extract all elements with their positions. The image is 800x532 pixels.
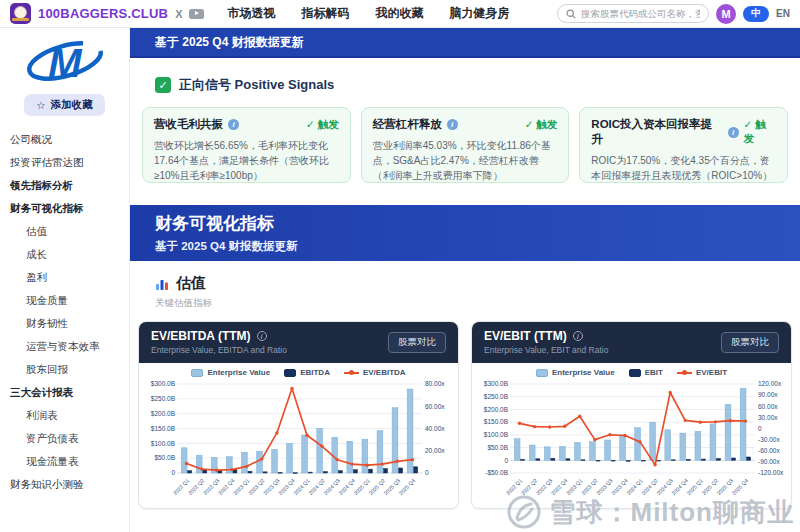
chart-plot: $300.0B$250.0B$200.0B$150.0B$100.0B$50.0… xyxy=(472,378,791,508)
sidebar-item[interactable]: 领先指标分析 xyxy=(0,174,129,197)
nav-item[interactable]: 脑力健身房 xyxy=(449,5,509,22)
legend-swatch xyxy=(284,369,296,377)
legend-item[interactable]: Enterprise Value xyxy=(536,368,615,377)
nav-item[interactable]: 指标解码 xyxy=(301,5,349,22)
info-icon[interactable]: i xyxy=(447,119,458,130)
lang-toggle-en[interactable]: EN xyxy=(776,8,790,19)
legend-swatch xyxy=(344,372,359,374)
triggered-badge: ✓ 触发 xyxy=(306,118,339,132)
sidebar-item[interactable]: 三大会计报表 xyxy=(0,381,129,404)
sidebar-item[interactable]: 财务知识小测验 xyxy=(0,473,129,496)
section-banner: 财务可视化指标 基于 2025 Q4 财报数据更新 xyxy=(130,205,800,261)
svg-text:-60.00x: -60.00x xyxy=(758,447,780,454)
legend-label: EBIT xyxy=(645,368,663,377)
sidebar-item[interactable]: 现金流量表 xyxy=(0,450,129,473)
sidebar-item[interactable]: 财务可视化指标 xyxy=(0,197,129,220)
svg-text:40.00x: 40.00x xyxy=(425,425,445,432)
signal-card-body: 营业利润率45.03%，环比变化11.86个基点，SG&A占比2.47%，经营杠… xyxy=(373,138,558,183)
svg-text:-30.00x: -30.00x xyxy=(758,436,780,443)
sidebar-item[interactable]: 运营与资本效率 xyxy=(0,335,129,358)
bar-chart-icon xyxy=(155,277,169,291)
x-twitter-icon[interactable]: X xyxy=(175,8,182,20)
brand-link[interactable]: 100BAGGERS.CLUB xyxy=(38,6,168,21)
svg-text:0: 0 xyxy=(171,469,175,476)
legend-item[interactable]: Enterprise Value xyxy=(191,368,270,377)
svg-text:$150.0B: $150.0B xyxy=(484,418,508,425)
nav-item[interactable]: 我的收藏 xyxy=(375,5,423,22)
signal-card-body: 营收环比增长56.65%，毛利率环比变化17.64个基点，满足增长条件（营收环比… xyxy=(154,138,339,183)
svg-text:$250.0B: $250.0B xyxy=(484,393,508,400)
sidebar-item[interactable]: 公司概况 xyxy=(0,128,129,151)
sidebar-item[interactable]: 股东回报 xyxy=(0,358,129,381)
logo-banner xyxy=(12,18,29,21)
chart-plot: $300.0B$250.0B$200.0B$150.0B$100.0B$50.0… xyxy=(139,378,458,508)
search-icon xyxy=(566,9,576,19)
positive-signals-heading: ✓ 正向信号 Positive Signals xyxy=(155,76,800,94)
top-bar: 100BAGGERS.CLUB X 市场透视指标解码我的收藏脑力健身房 M 中 … xyxy=(0,0,800,28)
info-icon[interactable]: i xyxy=(257,331,267,341)
info-icon[interactable]: i xyxy=(573,331,583,341)
svg-text:90.00x: 90.00x xyxy=(758,391,778,398)
chart-card: EV/EBITDA (TTM)iEnterprise Value, EBITDA… xyxy=(138,321,459,509)
signal-card-title: 经营杠杆释放 xyxy=(373,117,442,132)
site-logo-icon[interactable] xyxy=(10,3,31,24)
legend-label: Enterprise Value xyxy=(207,368,270,377)
nav-item[interactable]: 市场透视 xyxy=(227,5,275,22)
top-nav: 市场透视指标解码我的收藏脑力健身房 xyxy=(227,5,509,22)
search-box[interactable] xyxy=(557,4,709,23)
legend-item[interactable]: EV/EBITDA xyxy=(344,368,406,377)
svg-text:-120.00x: -120.00x xyxy=(758,469,784,476)
signal-card-title: ROIC投入资本回报率提升 xyxy=(591,117,722,147)
chart-title: EV/EBIT (TTM) xyxy=(484,329,567,343)
check-icon: ✓ xyxy=(155,77,171,93)
legend-item[interactable]: EV/EBIT xyxy=(677,368,727,377)
chart-card: EV/EBIT (TTM)iEnterprise Value, EBIT and… xyxy=(471,321,792,509)
legend-item[interactable]: EBIT xyxy=(629,368,663,377)
legend-item[interactable]: EBITDA xyxy=(284,368,330,377)
svg-text:$300.0B: $300.0B xyxy=(484,380,508,387)
info-icon[interactable]: i xyxy=(728,127,739,138)
svg-text:60.00x: 60.00x xyxy=(758,403,778,410)
chart-legend: Enterprise ValueEBITDAEV/EBITDA xyxy=(139,367,458,378)
charts-row: EV/EBITDA (TTM)iEnterprise Value, EBITDA… xyxy=(138,321,792,509)
sidebar-list: 公司概况投资评估雷达图领先指标分析财务可视化指标估值成长盈利现金质量财务韧性运营… xyxy=(0,128,129,496)
section-subtitle: 基于 2025 Q4 财报数据更新 xyxy=(155,239,800,254)
svg-text:$300.0B: $300.0B xyxy=(151,380,175,387)
sidebar-item[interactable]: 成长 xyxy=(0,243,129,266)
signal-card: 经营杠杆释放i✓ 触发营业利润率45.03%，环比变化11.86个基点，SG&A… xyxy=(361,107,570,183)
youtube-icon[interactable] xyxy=(189,9,204,19)
sidebar-item[interactable]: 利润表 xyxy=(0,404,129,427)
legend-swatch xyxy=(677,372,692,374)
svg-text:$50.0B: $50.0B xyxy=(154,454,175,461)
legend-label: Enterprise Value xyxy=(552,368,615,377)
svg-text:$200.0B: $200.0B xyxy=(151,410,175,417)
svg-text:$250.0B: $250.0B xyxy=(151,395,175,402)
svg-text:$150.0B: $150.0B xyxy=(151,425,175,432)
compare-stocks-button[interactable]: 股票对比 xyxy=(388,332,446,353)
user-avatar[interactable]: M xyxy=(716,4,736,24)
add-favorite-button[interactable]: ☆ 添加收藏 xyxy=(24,94,104,116)
triggered-badge: ✓ 触发 xyxy=(525,118,558,132)
sidebar-item[interactable]: 资产负债表 xyxy=(0,427,129,450)
svg-text:60.00x: 60.00x xyxy=(425,403,445,410)
svg-text:$200.0B: $200.0B xyxy=(484,406,508,413)
sidebar-item[interactable]: 现金质量 xyxy=(0,289,129,312)
sidebar-item[interactable]: 投资评估雷达图 xyxy=(0,151,129,174)
sidebar-item[interactable]: 财务韧性 xyxy=(0,312,129,335)
search-input[interactable] xyxy=(581,8,700,19)
info-icon[interactable]: i xyxy=(228,119,239,130)
svg-text:-$50.0B: -$50.0B xyxy=(485,469,508,476)
valuation-subtitle: 关键估值指标 xyxy=(155,297,800,310)
lang-toggle-zh[interactable]: 中 xyxy=(743,6,769,22)
svg-text:2025 Q4: 2025 Q4 xyxy=(731,477,749,496)
svg-text:$100.0B: $100.0B xyxy=(484,431,508,438)
legend-label: EBITDA xyxy=(300,368,330,377)
sidebar-item[interactable]: 盈利 xyxy=(0,266,129,289)
compare-stocks-button[interactable]: 股票对比 xyxy=(721,332,779,353)
svg-text:-90.00x: -90.00x xyxy=(758,458,780,465)
chart-legend: Enterprise ValueEBITEV/EBIT xyxy=(472,367,791,378)
legend-swatch xyxy=(191,369,203,377)
legend-label: EV/EBITDA xyxy=(363,368,406,377)
signal-card: 营收毛利共振i✓ 触发营收环比增长56.65%，毛利率环比变化17.64个基点，… xyxy=(142,107,351,183)
sidebar-item[interactable]: 估值 xyxy=(0,220,129,243)
